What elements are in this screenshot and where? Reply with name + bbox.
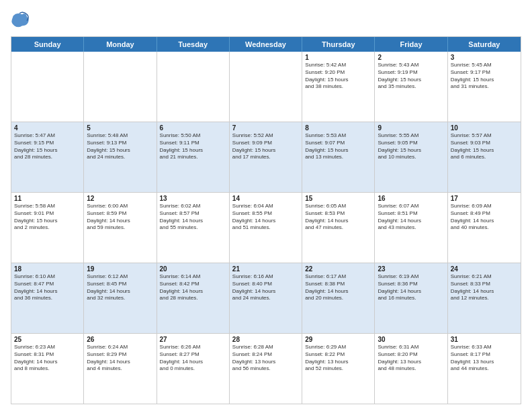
calendar-cell: 23Sunrise: 6:19 AM Sunset: 8:36 PM Dayli… xyxy=(375,263,447,333)
cell-info: Sunrise: 5:53 AM Sunset: 9:07 PM Dayligh… xyxy=(305,132,371,161)
calendar-cell: 25Sunrise: 6:23 AM Sunset: 8:31 PM Dayli… xyxy=(11,334,84,404)
cell-info: Sunrise: 5:47 AM Sunset: 9:15 PM Dayligh… xyxy=(14,132,81,161)
calendar-header: SundayMondayTuesdayWednesdayThursdayFrid… xyxy=(11,37,521,52)
calendar-cell: 26Sunrise: 6:24 AM Sunset: 8:29 PM Dayli… xyxy=(84,334,157,404)
cell-info: Sunrise: 6:14 AM Sunset: 8:42 PM Dayligh… xyxy=(160,273,226,302)
day-number: 11 xyxy=(14,195,81,202)
cell-info: Sunrise: 5:50 AM Sunset: 9:11 PM Dayligh… xyxy=(160,132,226,161)
calendar-cell: 14Sunrise: 6:04 AM Sunset: 8:55 PM Dayli… xyxy=(230,193,302,263)
cell-info: Sunrise: 5:42 AM Sunset: 9:20 PM Dayligh… xyxy=(305,62,371,91)
calendar-cell: 15Sunrise: 6:05 AM Sunset: 8:53 PM Dayli… xyxy=(302,193,375,263)
day-header-monday: Monday xyxy=(84,37,157,52)
cell-info: Sunrise: 6:16 AM Sunset: 8:40 PM Dayligh… xyxy=(232,273,299,302)
calendar-cell: 22Sunrise: 6:17 AM Sunset: 8:38 PM Dayli… xyxy=(302,263,375,333)
cell-info: Sunrise: 5:55 AM Sunset: 9:05 PM Dayligh… xyxy=(378,132,444,161)
day-number: 2 xyxy=(378,54,444,61)
day-number: 5 xyxy=(87,124,153,132)
calendar-cell: 21Sunrise: 6:16 AM Sunset: 8:40 PM Dayli… xyxy=(230,263,302,333)
calendar-cell: 16Sunrise: 6:07 AM Sunset: 8:51 PM Dayli… xyxy=(375,193,447,263)
calendar-cell: 3Sunrise: 5:45 AM Sunset: 9:17 PM Daylig… xyxy=(448,52,521,122)
page: SundayMondayTuesdayWednesdayThursdayFrid… xyxy=(0,0,532,411)
day-number: 19 xyxy=(87,265,153,273)
day-number: 22 xyxy=(305,265,371,273)
day-number: 25 xyxy=(14,336,81,343)
cell-info: Sunrise: 5:43 AM Sunset: 9:19 PM Dayligh… xyxy=(378,62,444,91)
logo-icon xyxy=(11,11,30,30)
calendar-cell: 27Sunrise: 6:26 AM Sunset: 8:27 PM Dayli… xyxy=(157,334,230,404)
cell-info: Sunrise: 6:31 AM Sunset: 8:20 PM Dayligh… xyxy=(378,344,444,373)
calendar-cell xyxy=(11,52,84,122)
day-number: 16 xyxy=(378,195,444,202)
calendar-cell: 2Sunrise: 5:43 AM Sunset: 9:19 PM Daylig… xyxy=(375,52,447,122)
day-number: 28 xyxy=(232,336,299,343)
calendar-cell: 11Sunrise: 5:58 AM Sunset: 9:01 PM Dayli… xyxy=(11,193,84,263)
day-header-thursday: Thursday xyxy=(302,37,375,52)
calendar-cell: 19Sunrise: 6:12 AM Sunset: 8:45 PM Dayli… xyxy=(84,263,157,333)
day-number: 20 xyxy=(160,265,226,273)
calendar-cell: 1Sunrise: 5:42 AM Sunset: 9:20 PM Daylig… xyxy=(302,52,375,122)
day-number: 17 xyxy=(451,195,518,202)
calendar-cell: 7Sunrise: 5:52 AM Sunset: 9:09 PM Daylig… xyxy=(230,122,302,192)
cell-info: Sunrise: 6:00 AM Sunset: 8:59 PM Dayligh… xyxy=(87,203,153,232)
day-number: 4 xyxy=(14,124,81,132)
calendar-cell: 31Sunrise: 6:33 AM Sunset: 8:17 PM Dayli… xyxy=(448,334,521,404)
calendar-cell: 4Sunrise: 5:47 AM Sunset: 9:15 PM Daylig… xyxy=(11,122,84,192)
day-number: 30 xyxy=(378,336,444,343)
day-number: 21 xyxy=(232,265,299,273)
day-number: 1 xyxy=(305,54,371,61)
cell-info: Sunrise: 6:04 AM Sunset: 8:55 PM Dayligh… xyxy=(232,203,299,232)
calendar-body: 1Sunrise: 5:42 AM Sunset: 9:20 PM Daylig… xyxy=(11,52,521,404)
calendar-cell: 24Sunrise: 6:21 AM Sunset: 8:33 PM Dayli… xyxy=(448,263,521,333)
day-number: 31 xyxy=(451,336,518,343)
cell-info: Sunrise: 6:29 AM Sunset: 8:22 PM Dayligh… xyxy=(305,344,371,373)
cell-info: Sunrise: 5:52 AM Sunset: 9:09 PM Dayligh… xyxy=(232,132,299,161)
calendar-cell xyxy=(84,52,157,122)
calendar-cell: 9Sunrise: 5:55 AM Sunset: 9:05 PM Daylig… xyxy=(375,122,447,192)
calendar-cell: 20Sunrise: 6:14 AM Sunset: 8:42 PM Dayli… xyxy=(157,263,230,333)
calendar-week-4: 18Sunrise: 6:10 AM Sunset: 8:47 PM Dayli… xyxy=(11,263,521,333)
calendar-cell: 30Sunrise: 6:31 AM Sunset: 8:20 PM Dayli… xyxy=(375,334,447,404)
cell-info: Sunrise: 6:21 AM Sunset: 8:33 PM Dayligh… xyxy=(451,273,518,302)
calendar-cell: 10Sunrise: 5:57 AM Sunset: 9:03 PM Dayli… xyxy=(448,122,521,192)
day-number: 24 xyxy=(451,265,518,273)
calendar-cell: 28Sunrise: 6:28 AM Sunset: 8:24 PM Dayli… xyxy=(230,334,302,404)
day-number: 12 xyxy=(87,195,153,202)
day-number: 9 xyxy=(378,124,444,132)
calendar-week-5: 25Sunrise: 6:23 AM Sunset: 8:31 PM Dayli… xyxy=(11,333,521,404)
cell-info: Sunrise: 5:58 AM Sunset: 9:01 PM Dayligh… xyxy=(14,203,81,232)
day-number: 6 xyxy=(160,124,226,132)
cell-info: Sunrise: 6:23 AM Sunset: 8:31 PM Dayligh… xyxy=(14,344,81,373)
calendar-cell: 17Sunrise: 6:09 AM Sunset: 8:49 PM Dayli… xyxy=(448,193,521,263)
day-header-friday: Friday xyxy=(375,37,447,52)
day-number: 7 xyxy=(232,124,299,132)
cell-info: Sunrise: 6:12 AM Sunset: 8:45 PM Dayligh… xyxy=(87,273,153,302)
calendar-week-3: 11Sunrise: 5:58 AM Sunset: 9:01 PM Dayli… xyxy=(11,192,521,263)
day-number: 10 xyxy=(451,124,518,132)
calendar-cell: 18Sunrise: 6:10 AM Sunset: 8:47 PM Dayli… xyxy=(11,263,84,333)
logo xyxy=(11,11,32,30)
calendar-cell: 8Sunrise: 5:53 AM Sunset: 9:07 PM Daylig… xyxy=(302,122,375,192)
day-number: 27 xyxy=(160,336,226,343)
day-number: 29 xyxy=(305,336,371,343)
cell-info: Sunrise: 5:45 AM Sunset: 9:17 PM Dayligh… xyxy=(451,62,518,91)
cell-info: Sunrise: 6:05 AM Sunset: 8:53 PM Dayligh… xyxy=(305,203,371,232)
cell-info: Sunrise: 6:26 AM Sunset: 8:27 PM Dayligh… xyxy=(160,344,226,373)
day-number: 15 xyxy=(305,195,371,202)
day-number: 26 xyxy=(87,336,153,343)
calendar-cell: 29Sunrise: 6:29 AM Sunset: 8:22 PM Dayli… xyxy=(302,334,375,404)
day-number: 8 xyxy=(305,124,371,132)
cell-info: Sunrise: 6:33 AM Sunset: 8:17 PM Dayligh… xyxy=(451,344,518,373)
calendar-cell: 5Sunrise: 5:48 AM Sunset: 9:13 PM Daylig… xyxy=(84,122,157,192)
cell-info: Sunrise: 6:10 AM Sunset: 8:47 PM Dayligh… xyxy=(14,273,81,302)
cell-info: Sunrise: 5:57 AM Sunset: 9:03 PM Dayligh… xyxy=(451,132,518,161)
cell-info: Sunrise: 6:24 AM Sunset: 8:29 PM Dayligh… xyxy=(87,344,153,373)
day-header-sunday: Sunday xyxy=(11,37,84,52)
calendar: SundayMondayTuesdayWednesdayThursdayFrid… xyxy=(11,36,521,404)
day-header-saturday: Saturday xyxy=(448,37,521,52)
day-number: 3 xyxy=(451,54,518,61)
calendar-week-1: 1Sunrise: 5:42 AM Sunset: 9:20 PM Daylig… xyxy=(11,52,521,122)
day-number: 23 xyxy=(378,265,444,273)
calendar-week-2: 4Sunrise: 5:47 AM Sunset: 9:15 PM Daylig… xyxy=(11,122,521,192)
calendar-cell xyxy=(157,52,230,122)
cell-info: Sunrise: 6:28 AM Sunset: 8:24 PM Dayligh… xyxy=(232,344,299,373)
